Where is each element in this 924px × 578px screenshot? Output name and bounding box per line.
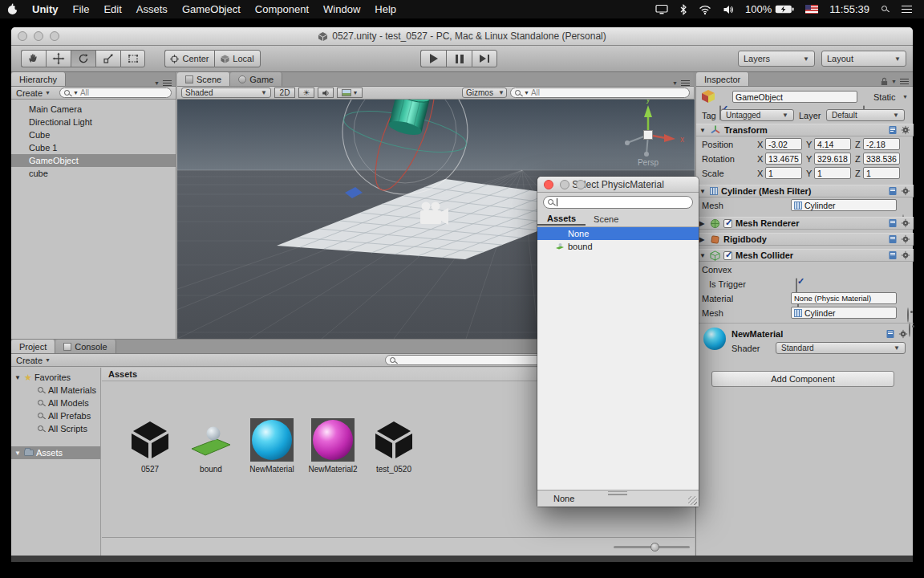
mesh-renderer-enabled-checkbox[interactable] bbox=[723, 219, 732, 228]
spotlight-icon[interactable] bbox=[875, 0, 896, 18]
help-book-icon[interactable] bbox=[886, 329, 895, 339]
hierarchy-create-button[interactable]: Create▼ bbox=[11, 88, 55, 98]
shader-dropdown[interactable]: Standard▼ bbox=[776, 342, 906, 354]
volume-icon[interactable] bbox=[717, 0, 740, 18]
handle-space-button[interactable]: Local bbox=[214, 50, 261, 67]
physic-material-picker[interactable] bbox=[907, 307, 909, 323]
mesh-collider-enabled-checkbox[interactable] bbox=[723, 251, 732, 260]
zoom-popup-button[interactable] bbox=[576, 180, 586, 189]
foldout-icon[interactable]: ▶ bbox=[699, 220, 707, 227]
popup-item-bound[interactable]: bound bbox=[537, 240, 699, 253]
shading-mode-dropdown[interactable]: Shaded▼ bbox=[181, 88, 271, 98]
favorite-all-models[interactable]: All Models bbox=[11, 397, 100, 409]
rigidbody-header[interactable]: ▶ Rigidbody bbox=[696, 233, 914, 246]
add-component-button[interactable]: Add Component bbox=[711, 371, 894, 387]
tab-inspector[interactable]: Inspector bbox=[696, 72, 749, 86]
bluetooth-icon[interactable] bbox=[674, 0, 693, 18]
gameobject-name-field[interactable]: GameObject bbox=[732, 91, 857, 103]
gizmo-center-cube[interactable] bbox=[644, 131, 653, 140]
asset-item-test-0520[interactable]: test_0520 bbox=[366, 418, 422, 474]
hierarchy-panel-menu[interactable]: ▼ bbox=[154, 80, 176, 86]
favorite-all-prefabs[interactable]: All Prefabs bbox=[11, 409, 100, 422]
foldout-icon[interactable]: ▼ bbox=[14, 374, 22, 381]
transform-header[interactable]: ▼ Transform bbox=[696, 124, 914, 136]
layers-dropdown[interactable]: Layers▼ bbox=[738, 51, 815, 67]
move-tool-button[interactable] bbox=[46, 50, 71, 67]
scene-search-input[interactable]: ▼All bbox=[510, 88, 690, 98]
step-button[interactable] bbox=[472, 50, 497, 67]
close-popup-button[interactable] bbox=[544, 180, 553, 189]
favorite-all-scripts[interactable]: All Scripts bbox=[11, 422, 100, 435]
tab-scene[interactable]: Scene bbox=[177, 72, 230, 86]
hierarchy-item-cube-1[interactable]: Cube 1 bbox=[11, 141, 176, 154]
foldout-icon[interactable]: ▼ bbox=[14, 450, 22, 457]
input-source-flag[interactable] bbox=[800, 0, 824, 18]
gear-icon[interactable] bbox=[901, 218, 910, 228]
asset-item-0527[interactable]: 0527 bbox=[122, 418, 178, 474]
scale-z-field[interactable]: 1 bbox=[863, 167, 900, 179]
assets-root-folder[interactable]: ▼ Assets bbox=[11, 446, 100, 459]
panel-menu-icon[interactable] bbox=[900, 79, 909, 84]
hierarchy-item-cube[interactable]: Cube bbox=[11, 128, 176, 141]
gear-icon[interactable] bbox=[901, 250, 910, 260]
physic-material-field[interactable]: None (Physic Material) bbox=[791, 292, 897, 304]
menu-file[interactable]: File bbox=[66, 0, 97, 18]
foldout-icon[interactable]: ▼ bbox=[699, 252, 707, 259]
2d-toggle-button[interactable]: 2D bbox=[274, 88, 295, 98]
menu-clock[interactable]: 11:55:39 bbox=[824, 0, 875, 18]
help-book-icon[interactable] bbox=[888, 218, 898, 228]
display-icon[interactable] bbox=[650, 0, 674, 18]
position-z-field[interactable]: -2.18 bbox=[863, 138, 900, 150]
collider-mesh-field[interactable]: Cylinder bbox=[791, 307, 897, 319]
tag-dropdown[interactable]: Untagged▼ bbox=[720, 109, 794, 121]
convex-checkbox[interactable] bbox=[796, 278, 797, 293]
pivot-mode-button[interactable]: Center bbox=[164, 50, 214, 67]
scene-effects-dropdown[interactable]: ▼ bbox=[337, 88, 363, 98]
static-dropdown-arrow-icon[interactable]: ▼ bbox=[902, 94, 908, 100]
scale-x-field[interactable]: 1 bbox=[765, 167, 802, 179]
menu-assets[interactable]: Assets bbox=[129, 0, 175, 18]
scene-panel-menu[interactable]: ▼ bbox=[672, 80, 694, 86]
help-book-icon[interactable] bbox=[888, 186, 898, 196]
lock-icon[interactable] bbox=[881, 77, 888, 86]
gear-icon[interactable] bbox=[898, 329, 908, 339]
mesh-collider-header[interactable]: ▼ Mesh Collider bbox=[696, 249, 914, 262]
mesh-object-field[interactable]: Cylinder bbox=[791, 199, 897, 211]
hierarchy-item-cube-lower[interactable]: cube bbox=[11, 167, 176, 180]
help-book-icon[interactable] bbox=[888, 125, 898, 135]
mesh-filter-header[interactable]: ▼ Cylinder (Mesh Filter) bbox=[696, 185, 914, 197]
window-title-bar[interactable]: 0527.unity - test_0527 - PC, Mac & Linux… bbox=[11, 27, 913, 46]
rotation-y-field[interactable]: 329.618 bbox=[814, 153, 851, 165]
menu-window[interactable]: Window bbox=[316, 0, 367, 18]
gear-icon[interactable] bbox=[901, 234, 910, 244]
asset-item-bound[interactable]: bound bbox=[183, 418, 239, 474]
hierarchy-search-input[interactable]: ▼All bbox=[59, 88, 172, 98]
foldout-icon[interactable]: ▼ bbox=[699, 188, 707, 195]
tab-project[interactable]: Project bbox=[11, 340, 55, 353]
menu-gameobject[interactable]: GameObject bbox=[175, 0, 248, 18]
popup-search-input[interactable] bbox=[543, 196, 693, 209]
zoom-window-button[interactable] bbox=[50, 31, 59, 41]
favorites-group[interactable]: ▼ ★ Favorites bbox=[11, 371, 100, 384]
scale-y-field[interactable]: 1 bbox=[814, 167, 851, 179]
minimize-window-button[interactable] bbox=[34, 31, 43, 41]
icon-size-slider-knob[interactable] bbox=[650, 543, 659, 552]
gear-icon[interactable] bbox=[901, 125, 910, 135]
hand-tool-button[interactable] bbox=[21, 50, 46, 67]
popup-resize-grip[interactable] bbox=[688, 496, 697, 505]
rotation-x-field[interactable]: 13.4675 bbox=[765, 153, 802, 165]
battery-status[interactable]: 100% bbox=[740, 0, 800, 18]
favorite-all-materials[interactable]: All Materials bbox=[11, 384, 100, 397]
tab-console[interactable]: Console bbox=[55, 340, 116, 353]
foldout-icon[interactable]: ▶ bbox=[699, 236, 707, 243]
mesh-renderer-header[interactable]: ▶ Mesh Renderer bbox=[696, 217, 914, 230]
popup-tab-assets[interactable]: Assets bbox=[537, 212, 586, 226]
scene-lighting-toggle[interactable]: ☀ bbox=[298, 88, 314, 98]
play-button[interactable] bbox=[420, 50, 446, 67]
popup-item-none[interactable]: None bbox=[537, 227, 699, 240]
gizmos-dropdown[interactable]: Gizmos▼ bbox=[462, 88, 507, 98]
wifi-icon[interactable] bbox=[693, 0, 717, 18]
asset-item-newmaterial2[interactable]: NewMaterial2 bbox=[305, 418, 361, 474]
rotation-z-field[interactable]: 338.536 bbox=[863, 153, 900, 165]
position-y-field[interactable]: 4.14 bbox=[814, 138, 851, 150]
